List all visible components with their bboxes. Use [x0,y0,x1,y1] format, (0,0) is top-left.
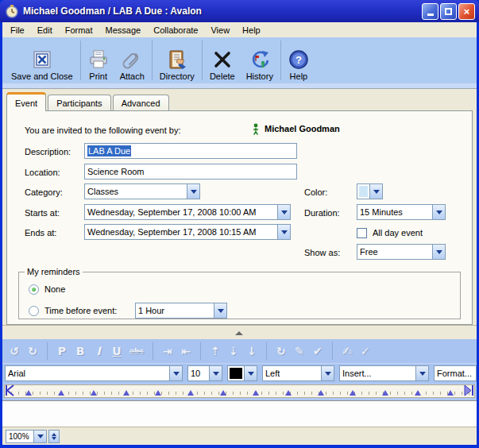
format-select[interactable]: Format... [434,365,477,381]
font-size-select[interactable]: 10 [187,365,222,381]
space-above-icon[interactable]: ⇡ [210,346,221,357]
zoom-spinner[interactable] [48,430,60,443]
location-input[interactable]: Science Room [84,164,297,180]
delete-button[interactable]: Delete [204,39,241,83]
maximize-button[interactable] [440,3,457,20]
history-button[interactable]: History [241,39,279,83]
tab-participants-label: Participants [56,98,102,108]
print-button[interactable]: Print [83,39,114,83]
ruler-tab-stop[interactable] [415,390,421,396]
ruler-tab-stop[interactable] [91,390,97,396]
color-select[interactable] [357,183,383,199]
ruler-tab-stop[interactable] [285,390,292,396]
toolbar-divider [332,342,333,360]
menu-format[interactable]: Format [59,24,99,37]
all-day-row: All day event [357,225,423,241]
tab-advanced-label: Advanced [122,98,160,108]
message-body-area[interactable] [2,400,477,427]
all-day-checkbox[interactable] [357,228,367,238]
underline-icon[interactable]: U [111,346,122,357]
duration-select[interactable]: 15 Minutes [357,204,446,220]
insert-select[interactable]: Insert... [339,365,429,381]
directory-button[interactable]: Directory [154,39,200,83]
pane-splitter[interactable] [2,325,477,339]
menu-edit[interactable]: Edit [31,24,59,37]
tab-strip: Event Participants Advanced [2,89,477,110]
align-value: Left [263,366,321,380]
starts-at-label: Starts at: [25,205,60,221]
title-bar[interactable]: Michael Goodman / LAB A Due : Avalon × [0,0,479,22]
starts-at-value: Wednesday, September 17, 2008 10:00 AM [85,205,277,219]
category-label: Category: [25,184,63,200]
reminder-time-select[interactable]: 1 Hour [135,303,227,319]
outdent-icon[interactable]: ⇤ [180,346,191,357]
tab-participants[interactable]: Participants [48,95,110,110]
redo-icon[interactable]: ↻ [27,346,38,357]
spellcheck-icon[interactable]: ✓ [360,346,371,357]
menu-message[interactable]: Message [99,24,148,37]
tab-advanced[interactable]: Advanced [113,95,169,110]
splitter-collapse-icon[interactable] [235,331,243,335]
indent-icon[interactable]: ⇥ [162,346,173,357]
ruler-tab-stop[interactable] [382,390,388,396]
paragraph-style-icon[interactable]: P [56,346,68,357]
ruler-tab-stop[interactable] [187,390,194,396]
menu-view[interactable]: View [204,24,236,37]
ruler-tab-stop[interactable] [318,390,324,396]
undo-icon[interactable]: ↺ [9,346,20,357]
svg-text:?: ? [296,54,302,66]
ruler-tab-stop[interactable] [58,390,64,396]
font-color-select[interactable] [227,365,257,381]
pen-icon[interactable]: ✎ [294,346,305,357]
ruler[interactable] [4,384,475,398]
main-toolbar: Save and Close Print Attach [2,37,477,83]
reminder-none-radio[interactable] [29,284,39,295]
minimize-button[interactable] [422,3,438,20]
italic-icon[interactable]: I [93,346,104,357]
save-and-close-button[interactable]: Save and Close [6,39,79,83]
show-as-select[interactable]: Free [357,244,446,260]
ruler-tab-stop[interactable] [253,390,259,396]
ruler-tab-stop[interactable] [220,390,226,396]
menu-help[interactable]: Help [236,24,267,37]
ruler-right-margin-marker[interactable] [463,384,474,396]
reminder-time-value: 1 Hour [136,303,214,318]
paperclip-icon [122,49,142,70]
tab-event[interactable]: Event [6,92,46,111]
zoom-dropdown-button[interactable] [34,430,47,443]
description-input[interactable]: LAB A Due [84,143,297,159]
delete-x-icon [212,49,233,70]
rotate-icon[interactable]: ↻ [276,346,287,357]
ruler-tab-stop[interactable] [155,390,161,396]
space-below-icon[interactable]: ⇣ [228,346,239,357]
ruler-tab-stop[interactable] [123,390,129,396]
ruler-left-margin-marker[interactable] [5,384,16,396]
reminder-time-radio[interactable] [29,306,39,316]
ruler-tab-stop[interactable] [350,390,356,396]
chevron-down-icon [187,184,199,199]
starts-at-select[interactable]: Wednesday, September 17, 2008 10:00 AM [84,204,291,220]
ruler-tab-stop[interactable] [25,390,32,396]
help-button[interactable]: ? Help [283,39,315,83]
arrow-down-icon[interactable]: ↓ [246,346,257,357]
spell-edit-icon[interactable]: ✍ [342,346,353,357]
my-reminders-group: My reminders None Time before event: 1 H… [18,267,461,319]
all-day-label: All day event [373,228,423,238]
location-label: Location: [25,164,60,180]
show-as-value: Free [357,245,432,259]
attach-button[interactable]: Attach [114,39,150,83]
ruler-tab-stop[interactable] [447,390,454,396]
bold-icon[interactable]: B [75,346,86,357]
font-name-select[interactable]: Arial [5,365,183,381]
menu-file[interactable]: File [4,24,31,37]
ends-at-select[interactable]: Wednesday, September 17, 2008 10:15 AM [84,224,291,240]
help-question-icon: ? [288,49,309,70]
align-select[interactable]: Left [262,365,334,381]
menu-collaborate[interactable]: Collaborate [147,24,204,37]
ends-at-value: Wednesday, September 17, 2008 10:15 AM [85,225,277,239]
close-button[interactable]: × [458,3,475,20]
strikethrough-icon[interactable]: abc [129,348,144,355]
approve-check-icon[interactable]: ✔ [312,346,323,357]
category-select[interactable]: Classes [84,183,200,199]
show-as-label: Show as: [304,245,340,261]
